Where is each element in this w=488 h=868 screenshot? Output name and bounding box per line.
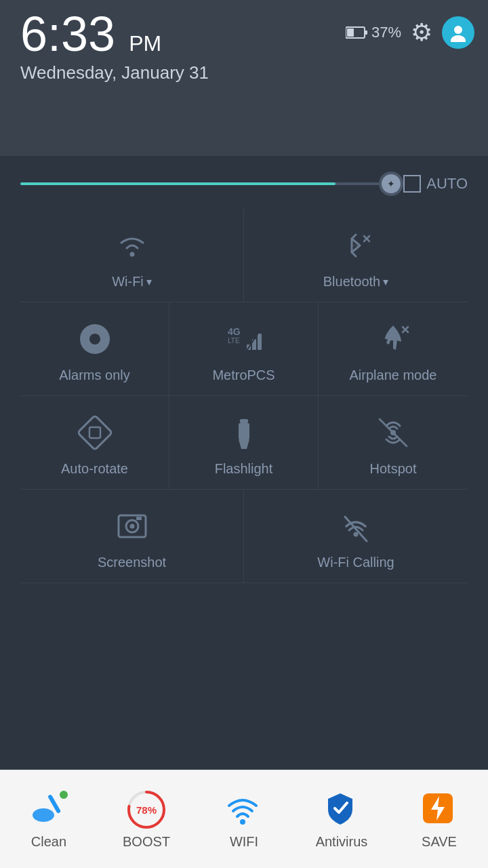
svg-marker-25	[239, 439, 249, 449]
auto-label-text: AUTO	[426, 175, 468, 193]
time-section: 6:33 PM Wednesday, January 31	[20, 9, 209, 83]
auto-rotate-icon	[75, 412, 115, 453]
svg-rect-30	[136, 517, 142, 520]
wifi-calling-label: Wi-Fi Calling	[317, 555, 394, 570]
clock-time: 6:33 PM	[20, 9, 209, 58]
battery-percent: 37%	[371, 24, 401, 41]
clean-icon-wrap	[28, 789, 69, 830]
antivirus-icon-wrap	[321, 789, 362, 830]
boost-button[interactable]: 78% BOOST	[98, 789, 195, 850]
airplane-mode-label: Airplane mode	[350, 368, 437, 383]
green-dot-indicator	[58, 789, 69, 800]
battery-icon	[346, 26, 367, 39]
wifi-toggle[interactable]: Wi-Fi ▾	[20, 209, 244, 302]
flashlight-label: Flashlight	[215, 461, 273, 477]
clean-button[interactable]: Clean	[0, 789, 98, 850]
svg-rect-2	[347, 28, 354, 37]
toggle-row-2: Alarms only 4G LTE MetroPCS	[20, 302, 468, 396]
battery-indicator: 37%	[346, 24, 401, 41]
person-icon	[449, 23, 468, 42]
boost-percent: 78%	[136, 804, 157, 815]
status-bar: 6:33 PM Wednesday, January 31 37% ⚙	[0, 0, 488, 156]
svg-point-3	[454, 26, 462, 34]
alarms-only-toggle[interactable]: Alarms only	[20, 302, 169, 396]
boost-icon-wrap: 78%	[126, 789, 167, 830]
lightning-icon	[419, 789, 457, 827]
svg-rect-21	[77, 416, 112, 450]
date-label: Wednesday, January 31	[20, 62, 209, 83]
svg-rect-17	[258, 334, 262, 350]
svg-text:4G: 4G	[228, 326, 241, 337]
svg-point-31	[354, 532, 359, 537]
save-label: SAVE	[422, 834, 457, 850]
clean-label: Clean	[31, 834, 66, 850]
quick-settings-panel: ✦ AUTO Wi-Fi ▾	[0, 156, 488, 597]
svg-rect-24	[239, 423, 249, 439]
brightness-row[interactable]: ✦ AUTO	[20, 156, 468, 209]
alarms-only-icon	[75, 319, 115, 359]
svg-rect-23	[240, 419, 248, 423]
wifi-calling-toggle[interactable]: Wi-Fi Calling	[244, 490, 468, 583]
boost-label: BOOST	[123, 834, 170, 850]
brightness-thumb[interactable]: ✦	[379, 172, 403, 196]
brightness-fill	[20, 182, 336, 185]
antivirus-button[interactable]: Antivirus	[293, 789, 390, 850]
save-icon-wrap	[419, 789, 460, 830]
hotspot-toggle[interactable]: Hotspot	[319, 396, 468, 490]
bluetooth-label: Bluetooth	[323, 274, 381, 290]
wifi-signal-icon	[224, 789, 262, 827]
alarms-only-label: Alarms only	[59, 368, 129, 383]
wifi-label: Wi-Fi	[112, 274, 144, 290]
svg-line-32	[345, 517, 367, 541]
svg-point-37	[240, 819, 245, 825]
toggle-row-4: Screenshot Wi-Fi Calling	[20, 490, 468, 583]
save-button[interactable]: SAVE	[390, 789, 488, 850]
svg-point-4	[451, 35, 466, 42]
screenshot-toggle[interactable]: Screenshot	[20, 490, 244, 583]
svg-point-29	[129, 524, 134, 529]
svg-point-5	[129, 252, 134, 257]
bluetooth-label-row: Bluetooth ▾	[323, 274, 389, 290]
flashlight-icon	[224, 412, 264, 453]
brightness-slider[interactable]: ✦	[20, 182, 391, 185]
svg-rect-22	[89, 427, 100, 438]
bluetooth-icon	[336, 225, 376, 266]
bluetooth-toggle[interactable]: Bluetooth ▾	[244, 209, 468, 302]
status-icons: 37% ⚙	[346, 16, 474, 49]
wifi-icon	[112, 225, 152, 266]
wifi-icon-wrap	[224, 789, 264, 830]
wifi-calling-icon	[336, 506, 376, 547]
toggle-row-1: Wi-Fi ▾ Bluetooth ▾	[20, 209, 468, 302]
brightness-thumb-inner: ✦	[382, 174, 401, 193]
airplane-mode-toggle[interactable]: Airplane mode	[319, 302, 468, 396]
auto-rotate-label: Auto-rotate	[61, 461, 128, 477]
svg-line-7	[352, 252, 356, 256]
hotspot-icon	[373, 412, 413, 453]
toggle-row-3: Auto-rotate Flashlight	[20, 396, 468, 490]
wifi-nav-label: WIFI	[230, 834, 258, 850]
metropcs-icon: 4G LTE	[224, 319, 264, 359]
screenshot-icon	[112, 506, 152, 547]
svg-rect-1	[365, 31, 367, 35]
settings-icon[interactable]: ⚙	[411, 18, 432, 47]
airplane-mode-icon	[373, 319, 413, 359]
wifi-label-row: Wi-Fi ▾	[112, 274, 152, 290]
wifi-button[interactable]: WIFI	[195, 789, 293, 850]
account-icon[interactable]	[442, 16, 474, 49]
shield-icon	[321, 789, 359, 827]
flashlight-toggle[interactable]: Flashlight	[169, 396, 319, 490]
antivirus-label: Antivirus	[316, 834, 368, 850]
hotspot-label: Hotspot	[370, 461, 417, 477]
svg-line-6	[352, 235, 356, 239]
auto-rotate-toggle[interactable]: Auto-rotate	[20, 396, 169, 490]
time-value: 6:33	[20, 7, 115, 61]
metropcs-label: MetroPCS	[212, 368, 274, 383]
svg-point-33	[33, 808, 54, 822]
bluetooth-arrow-icon: ▾	[383, 275, 388, 288]
wifi-arrow-icon: ▾	[146, 275, 152, 288]
auto-checkbox[interactable]	[403, 175, 421, 193]
bottom-app-bar: Clean 78% BOOST WIFI	[0, 770, 488, 868]
metropcs-toggle[interactable]: 4G LTE MetroPCS	[169, 302, 319, 396]
svg-text:LTE: LTE	[228, 337, 240, 344]
auto-brightness-toggle[interactable]: AUTO	[403, 175, 468, 193]
